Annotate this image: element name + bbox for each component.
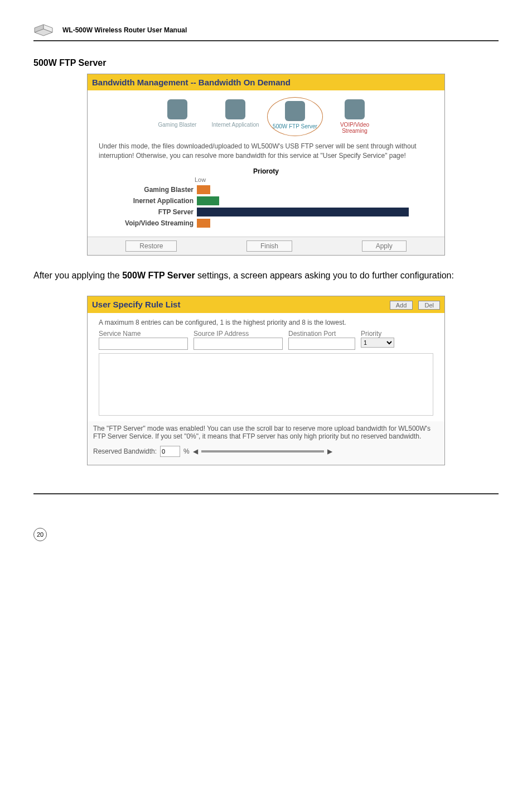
reserved-bandwidth-row: Reserved Bandwidth: % ◀ ▶ (88, 444, 444, 465)
reserved-bandwidth-slider[interactable] (201, 450, 324, 453)
low-axis-label: Low (195, 176, 433, 183)
section-title: 500W FTP Server (33, 58, 499, 68)
priority-chart: Prioroty Low Gaming Blaster Inernet Appl… (88, 165, 444, 237)
priority-bar (197, 196, 219, 205)
priority-row-label: FTP Server (99, 208, 197, 216)
slider-left-arrow-icon[interactable]: ◀ (193, 447, 198, 455)
ftp-server-note: The "FTP Server" mode was enabled! You c… (88, 421, 444, 444)
priority-row-voip: Voip/Video Streaming (99, 219, 433, 228)
server-icon (285, 101, 305, 121)
globe-icon (225, 99, 245, 119)
gamepad-icon (167, 99, 187, 119)
column-header-dest: Destination Port (288, 330, 355, 338)
column-header-priority: Priority (361, 330, 394, 338)
mode-label: Gaming Blaster (158, 122, 197, 128)
column-header-source: Source IP Address (194, 330, 283, 338)
page-number: 20 (33, 528, 47, 541)
mode-500w-ftp-server[interactable]: 500W FTP Server (267, 97, 323, 136)
mode-label: VOIP/Video Streaming (331, 122, 379, 134)
mode-description: Under this mode, the files downloaded/up… (88, 139, 444, 165)
book-icon (33, 22, 56, 38)
column-header-service: Service Name (99, 330, 188, 338)
slider-right-arrow-icon[interactable]: ▶ (327, 447, 332, 455)
apply-button[interactable]: Apply (362, 240, 407, 252)
mode-icon-row: Gaming Blaster Internet Application 500W… (88, 90, 444, 139)
panel-title: User Specify Rule List (92, 300, 180, 309)
priority-row-internet: Inernet Application (99, 196, 433, 205)
reserved-bandwidth-label: Reserved Bandwidth: (93, 447, 157, 455)
user-specify-rule-panel: User Specify Rule List Add Del A maximum… (87, 296, 445, 465)
rule-input-row: Service Name Source IP Address Destinati… (99, 330, 433, 350)
priority-bar (197, 208, 409, 216)
mode-label: Internet Application (211, 122, 259, 128)
priority-row-label: Inernet Application (99, 197, 197, 205)
priority-heading: Prioroty (99, 167, 433, 175)
footer-rule (33, 493, 499, 494)
priority-row-ftp: FTP Server (99, 208, 433, 216)
mode-voip-video[interactable]: VOIP/Video Streaming (328, 97, 381, 136)
priority-bar (197, 219, 210, 228)
header-title: WL-500W Wireless Router User Manual (62, 26, 187, 34)
rules-listbox[interactable] (99, 353, 433, 416)
priority-select[interactable]: 1 (361, 338, 394, 348)
restore-button[interactable]: Restore (125, 240, 177, 252)
body-paragraph: After you applying the 500W FTP Server s… (33, 267, 499, 285)
panel-title-bar: User Specify Rule List Add Del (88, 296, 444, 313)
bandwidth-panel: Bandwidth Management -- Bandwidth On Dem… (87, 74, 445, 256)
priority-row-label: Voip/Video Streaming (99, 219, 197, 227)
destination-port-input[interactable] (288, 338, 355, 350)
source-ip-input[interactable] (194, 338, 283, 350)
finish-button[interactable]: Finish (246, 240, 292, 252)
priority-row-gaming: Gaming Blaster (99, 185, 433, 194)
del-button[interactable]: Del (418, 301, 440, 310)
percent-unit: % (183, 447, 190, 455)
reserved-bandwidth-input[interactable] (160, 446, 180, 457)
film-icon (345, 99, 365, 119)
service-name-input[interactable] (99, 338, 188, 350)
panel-button-row: Restore Finish Apply (88, 237, 444, 255)
page-header: WL-500W Wireless Router User Manual (33, 22, 499, 41)
mode-internet-application[interactable]: Internet Application (209, 97, 262, 136)
add-button[interactable]: Add (390, 301, 413, 310)
priority-bar (197, 185, 210, 194)
rule-caption: A maximum 8 entries can be configured, 1… (99, 319, 433, 326)
mode-label: 500W FTP Server (273, 123, 317, 129)
panel-title-bar: Bandwidth Management -- Bandwidth On Dem… (88, 74, 444, 90)
priority-row-label: Gaming Blaster (99, 186, 197, 194)
mode-gaming-blaster[interactable]: Gaming Blaster (151, 97, 204, 136)
